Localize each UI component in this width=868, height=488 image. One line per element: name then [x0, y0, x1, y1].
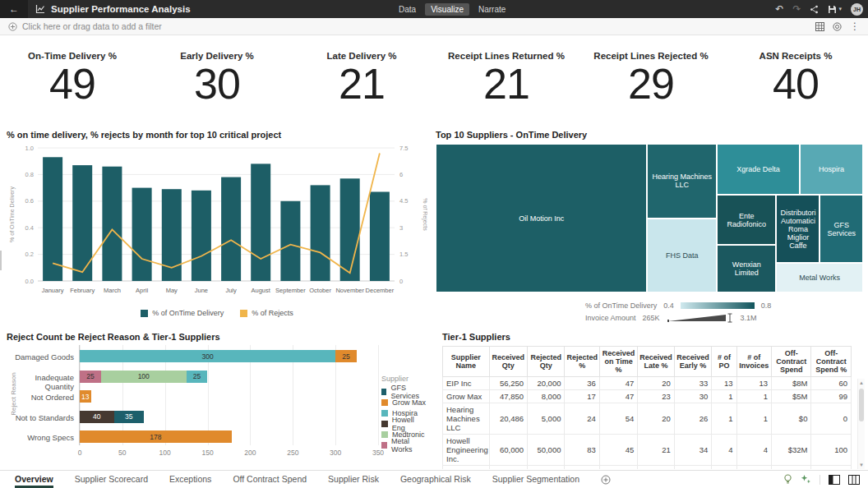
table-cell[interactable]: 47,850 — [489, 390, 527, 403]
column-header[interactable]: Supplier Name — [443, 347, 490, 377]
kpi-card[interactable]: ASN Receipts %40 — [723, 36, 868, 123]
save-caret-icon[interactable]: ▾ — [838, 6, 842, 12]
ontime-bar[interactable] — [102, 167, 122, 281]
table-cell[interactable]: 20 — [638, 377, 674, 390]
table-cell[interactable]: 1 — [712, 390, 736, 403]
more-menu-icon[interactable]: ⋮ — [850, 21, 860, 32]
table-cell[interactable]: 47 — [599, 377, 637, 390]
treemap-tile[interactable]: Hospira — [800, 144, 863, 195]
bar-segment[interactable]: 300 — [80, 350, 335, 362]
column-header[interactable]: Received Late % — [638, 347, 674, 377]
scrollbar-thumb[interactable] — [859, 389, 864, 421]
table-row[interactable]: Howell Engineering Inc.60,00050,00083452… — [443, 435, 852, 466]
add-sheet-icon[interactable] — [601, 471, 611, 488]
bar-segment[interactable]: 13 — [80, 390, 91, 403]
legend-item[interactable]: Howell Eng — [381, 418, 427, 429]
table-cell[interactable]: 28 — [674, 466, 711, 470]
ontime-bar[interactable] — [251, 163, 270, 281]
table-cell[interactable]: 20,000 — [528, 377, 565, 390]
column-header[interactable]: Received Qty — [489, 347, 527, 377]
treemap-tile[interactable]: Wenxian Limited — [717, 245, 776, 292]
sheet-tab-supplier-segmentation[interactable]: Supplier Segmentation — [492, 471, 579, 488]
layout-split-panel-icon[interactable] — [848, 475, 860, 485]
legend-item[interactable]: GFS Services — [381, 386, 427, 397]
ontime-bar[interactable] — [221, 177, 241, 281]
table-cell[interactable]: EIP Inc — [443, 377, 490, 390]
column-header[interactable]: Off-Contract Spend — [771, 347, 810, 377]
table-cell[interactable]: 20 — [638, 403, 674, 435]
table-cell[interactable]: Grow Max — [443, 390, 490, 403]
treemap-tile[interactable]: FHS Data — [647, 219, 717, 293]
table-cell[interactable]: 52 — [599, 466, 637, 470]
table-row[interactable]: Hearing Machines LLC20,4865,000245420261… — [443, 403, 852, 435]
column-header[interactable]: Off-Contract Spend % — [811, 347, 852, 377]
combo-chart[interactable]: 0.00.20.40.60.81.001.534.567.5JanuaryFeb… — [7, 140, 427, 307]
legend-item[interactable]: % of Rejects — [240, 309, 293, 317]
table-cell[interactable]: 24 — [565, 403, 599, 435]
table-row[interactable]: EIP Inc56,25020,000364720331313$8M60 — [443, 377, 852, 390]
back-button[interactable]: ← — [0, 0, 28, 18]
bar-segment[interactable]: 100 — [101, 371, 187, 383]
bar-segment[interactable]: 40 — [80, 411, 114, 423]
table-cell[interactable]: 21 — [638, 435, 674, 466]
table-cell[interactable]: 26 — [674, 403, 711, 435]
color-gradient-bar[interactable] — [681, 302, 755, 309]
sheet-tab-geographical-risk[interactable]: Geographical Risk — [400, 471, 471, 488]
table-cell[interactable]: $5M — [771, 390, 810, 403]
filter-bar[interactable]: Click here or drag data to add a filter … — [0, 18, 868, 35]
mode-tab-narrate[interactable]: Narrate — [473, 3, 511, 16]
sheet-tab-off-contract-spend[interactable]: Off Contract Spend — [233, 471, 307, 488]
table-cell[interactable]: 60,000 — [489, 435, 527, 466]
table-cell[interactable]: 83 — [565, 435, 599, 466]
table-row[interactable]: Grow Max47,8508,0001747233011$5M99 — [443, 390, 852, 403]
kpi-card[interactable]: Early Delivery %30 — [145, 36, 289, 123]
legend-item[interactable]: % of OnTime Delivery — [141, 309, 224, 317]
table-cell[interactable]: 45 — [599, 435, 637, 466]
table-cell[interactable]: 23 — [638, 390, 674, 403]
column-header[interactable]: Received Early % — [674, 347, 711, 377]
table-cell[interactable]: 13 — [712, 377, 736, 390]
table-cell[interactable]: 17 — [565, 390, 599, 403]
sheet-tab-exceptions[interactable]: Exceptions — [169, 471, 211, 488]
share-icon[interactable] — [810, 5, 819, 14]
sparkles-icon[interactable] — [801, 474, 811, 485]
bar-segment[interactable]: 35 — [114, 411, 144, 423]
table-cell[interactable]: 4 — [736, 435, 771, 466]
table-cell[interactable]: 36 — [565, 377, 599, 390]
table-cell[interactable]: 99 — [811, 390, 852, 403]
kpi-card[interactable]: Late Delivery %21 — [289, 36, 434, 123]
ontime-bar[interactable] — [43, 157, 62, 281]
ontime-bar[interactable] — [311, 185, 330, 281]
table-cell[interactable]: Hearing Machines LLC — [443, 403, 490, 435]
insights-bulb-icon[interactable] — [783, 474, 792, 485]
target-icon[interactable] — [833, 22, 842, 31]
sheet-tab-supplier-risk[interactable]: Supplier Risk — [328, 471, 379, 488]
ontime-bar[interactable] — [280, 201, 300, 281]
bar-segment[interactable]: 25 — [80, 371, 101, 383]
column-header[interactable]: # of Invoices — [736, 347, 771, 377]
ontime-bar[interactable] — [72, 165, 92, 281]
treemap-tile[interactable]: Metal Works — [776, 263, 863, 292]
column-header[interactable]: Rejected Qty — [528, 347, 565, 377]
legend-item[interactable]: Grow Max — [381, 397, 427, 407]
left-edge-handle[interactable] — [0, 251, 2, 270]
table-cell[interactable]: 38 — [565, 466, 599, 470]
column-header[interactable]: Rejected % — [565, 347, 599, 377]
treemap-tile[interactable]: Hearing Machines LLC — [647, 144, 717, 219]
legend-item[interactable]: Metal Works — [381, 440, 427, 450]
table-cell[interactable]: 1 — [736, 403, 771, 435]
table-cell[interactable]: $32M — [771, 435, 810, 466]
bar-segment[interactable]: 25 — [187, 371, 208, 383]
redo-icon[interactable]: ↷ — [792, 3, 801, 15]
table-cell[interactable]: 5,000 — [528, 403, 565, 435]
sheet-tab-supplier-scorecard[interactable]: Supplier Scorecard — [75, 471, 148, 488]
table-scrollbar[interactable]: ▲ ▼ — [857, 379, 865, 469]
table-cell[interactable]: 20 — [638, 466, 674, 470]
column-header[interactable]: # of PO — [712, 347, 736, 377]
table-cell[interactable]: Howell Engineering Inc. — [443, 435, 490, 466]
undo-icon[interactable]: ↶ — [775, 3, 783, 15]
treemap-tile[interactable]: Ente Radiofonico — [717, 195, 776, 244]
table-cell[interactable]: 50,000 — [528, 435, 565, 466]
add-filter-icon[interactable] — [8, 22, 17, 31]
bar-segment[interactable]: 25 — [335, 350, 357, 362]
